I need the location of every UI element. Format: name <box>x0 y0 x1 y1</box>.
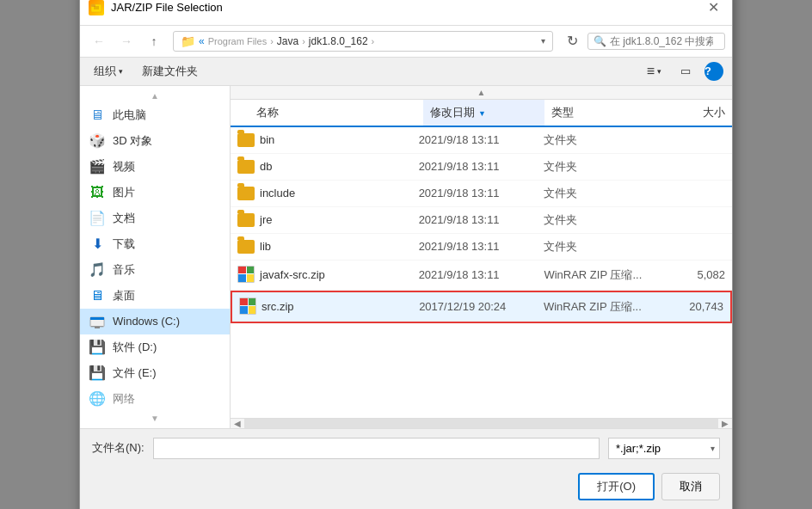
file-cell-date-db: 2021/9/18 13:11 <box>412 155 538 178</box>
table-row[interactable]: include 2021/9/18 13:11 文件夹 <box>231 181 732 207</box>
breadcrumb-arrow2: › <box>302 36 305 46</box>
sidebar-label-network: 网络 <box>113 391 135 407</box>
breadcrumb-separator1: Program Files <box>208 36 267 46</box>
file-cell-name-jre: jre <box>231 208 412 232</box>
file-list-scroll-up[interactable]: ▲ <box>231 86 732 100</box>
desktop-icon: 🖥 <box>89 287 106 304</box>
breadcrumb-arrow3: › <box>372 36 375 46</box>
drive-d-icon: 💾 <box>89 339 106 356</box>
file-cell-type-jre: 文件夹 <box>537 207 662 233</box>
open-button[interactable]: 打开(O) <box>578 473 655 500</box>
file-cell-size-jre <box>662 215 732 225</box>
sidebar-label-download: 下载 <box>113 236 135 252</box>
sidebar-item-3d[interactable]: 🎲 3D 对象 <box>80 128 230 154</box>
sidebar-label-video: 视频 <box>113 159 135 175</box>
photo-icon: 🖼 <box>89 184 106 201</box>
sidebar-item-download[interactable]: ⬇ 下载 <box>80 231 230 257</box>
search-input[interactable] <box>610 35 713 47</box>
main-area: ▲ 🖥 此电脑 🎲 3D 对象 🎬 视频 🖼 图片 <box>80 86 732 428</box>
sidebar-item-video[interactable]: 🎬 视频 <box>80 154 230 180</box>
sidebar-label-3d: 3D 对象 <box>113 133 152 149</box>
refresh-button[interactable]: ↻ <box>560 29 584 53</box>
search-box: 🔍 <box>587 33 725 50</box>
horizontal-scrollbar[interactable]: ◀ ▶ <box>231 418 732 428</box>
scroll-track <box>244 419 718 428</box>
panel-button[interactable]: ▭ <box>675 62 696 80</box>
sidebar-item-drive-e[interactable]: 💾 文件 (E:) <box>80 360 230 386</box>
col-header-size[interactable]: 大小 <box>665 100 732 126</box>
table-row[interactable]: lib 2021/9/18 13:11 文件夹 <box>231 234 732 261</box>
sidebar-item-desktop[interactable]: 🖥 桌面 <box>80 283 230 309</box>
svg-rect-6 <box>91 326 103 327</box>
sidebar-item-network[interactable]: 🌐 网络 <box>80 386 230 412</box>
close-button[interactable]: ✕ <box>703 0 723 18</box>
sidebar-scroll-up[interactable]: ▲ <box>80 89 230 102</box>
file-cell-type-src: WinRAR ZIP 压缩... <box>537 294 661 320</box>
breadcrumb-dropdown[interactable]: ▾ <box>541 36 545 46</box>
file-cell-type-bin: 文件夹 <box>537 127 662 153</box>
video-icon: 🎬 <box>89 158 106 175</box>
forward-button[interactable]: → <box>114 29 138 53</box>
help-button[interactable]: ? <box>704 62 723 81</box>
doc-icon: 📄 <box>89 210 106 227</box>
view-button[interactable]: ≡ ▾ <box>642 61 667 82</box>
filetype-select-wrapper: *.jar;*.zip ▾ <box>608 438 720 459</box>
download-icon: ⬇ <box>89 236 106 253</box>
scroll-left-button[interactable]: ◀ <box>231 418 244 428</box>
breadcrumb-folder-icon: 📁 <box>181 34 195 48</box>
sidebar-item-drive-d[interactable]: 💾 软件 (D:) <box>80 334 230 360</box>
filename-jre: jre <box>260 213 272 226</box>
table-row[interactable]: src.zip 2017/12/19 20:24 WinRAR ZIP 压缩..… <box>231 291 732 323</box>
cancel-button[interactable]: 取消 <box>661 473 720 500</box>
file-cell-name-lib: lib <box>231 235 412 259</box>
col-header-type[interactable]: 类型 <box>544 100 665 126</box>
filename-db: db <box>260 160 272 173</box>
sidebar-label-photo: 图片 <box>113 185 135 200</box>
filetype-select[interactable]: *.jar;*.zip <box>608 438 720 459</box>
col-header-date[interactable]: 修改日期 ▼ <box>423 100 544 126</box>
nav-bar: ← → ↑ 📁 « Program Files › Java › jdk1.8.… <box>80 26 732 58</box>
sidebar-item-photo[interactable]: 🖼 图片 <box>80 180 230 205</box>
table-row[interactable]: db 2021/9/18 13:11 文件夹 <box>231 154 732 181</box>
table-row[interactable]: javafx-src.zip 2021/9/18 13:11 WinRAR ZI… <box>231 261 732 291</box>
organize-button[interactable]: 组织 ▾ <box>89 61 128 82</box>
new-folder-button[interactable]: 新建文件夹 <box>137 61 203 82</box>
filename-src: src.zip <box>261 300 294 313</box>
panel-icon: ▭ <box>680 64 691 77</box>
breadcrumb-java: Java <box>277 35 298 47</box>
sidebar-item-music[interactable]: 🎵 音乐 <box>80 257 230 283</box>
scroll-right-button[interactable]: ▶ <box>718 418 732 428</box>
zip-icon <box>237 266 255 285</box>
col-header-name[interactable]: 名称 <box>231 100 423 126</box>
table-row[interactable]: jre 2021/9/18 13:11 文件夹 <box>231 207 732 234</box>
3d-icon: 🎲 <box>89 132 106 150</box>
breadcrumb-jdk: jdk1.8.0_162 <box>309 35 368 47</box>
up-button[interactable]: ↑ <box>142 29 166 53</box>
sidebar-item-pc[interactable]: 🖥 此电脑 <box>80 102 230 128</box>
folder-icon <box>237 187 255 200</box>
sidebar-label-desktop: 桌面 <box>113 288 135 304</box>
bottom-bar: 文件名(N): *.jar;*.zip ▾ <box>80 428 732 468</box>
file-cell-type-lib: 文件夹 <box>537 234 662 260</box>
file-cell-size-bin <box>662 135 732 145</box>
filename-javafx: javafx-src.zip <box>260 268 325 281</box>
sidebar-item-windows-c[interactable]: Windows (C:) <box>80 309 230 334</box>
sidebar-item-doc[interactable]: 📄 文档 <box>80 205 230 231</box>
zip-icon <box>239 297 256 316</box>
table-row[interactable]: bin 2021/9/18 13:11 文件夹 <box>231 127 732 154</box>
sidebar-scroll-down[interactable]: ▼ <box>80 412 230 425</box>
file-list: bin 2021/9/18 13:11 文件夹 db 2021/9/18 13:… <box>231 127 732 418</box>
filename-input[interactable] <box>153 438 600 459</box>
network-icon: 🌐 <box>89 390 106 408</box>
toolbar: 组织 ▾ 新建文件夹 ≡ ▾ ▭ ? <box>80 58 732 86</box>
file-cell-size-db <box>662 162 732 172</box>
filename-label: 文件名(N): <box>92 440 145 456</box>
breadcrumb-part1: « <box>199 35 205 47</box>
help-icon: ? <box>704 64 711 77</box>
pc-icon: 🖥 <box>89 107 106 124</box>
svg-rect-7 <box>95 327 100 328</box>
sidebar-wrapper: ▲ 🖥 此电脑 🎲 3D 对象 🎬 视频 🖼 图片 <box>80 86 231 428</box>
sidebar-label-winc: Windows (C:) <box>113 315 180 328</box>
back-button[interactable]: ← <box>87 29 111 53</box>
file-cell-date-javafx: 2021/9/18 13:11 <box>412 263 538 286</box>
